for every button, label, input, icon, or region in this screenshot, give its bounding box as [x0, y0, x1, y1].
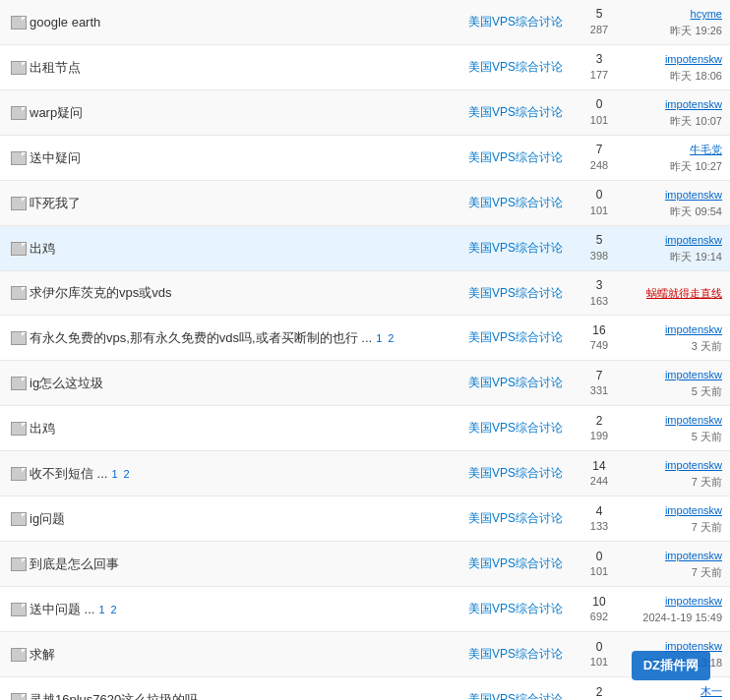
thread-stats: 0101 [575, 96, 624, 128]
reply-count: 3 [596, 52, 603, 66]
thread-title-link[interactable]: 出鸡 [30, 240, 55, 258]
view-count: 244 [590, 475, 608, 487]
thread-stats: 7248 [575, 142, 624, 173]
author-link[interactable]: impotenskw [628, 232, 722, 249]
post-time: 7 天前 [628, 564, 722, 581]
file-icon [11, 603, 27, 616]
thread-title-link[interactable]: ig怎么这垃圾 [30, 375, 103, 392]
thread-title-link[interactable]: google earth [30, 15, 100, 29]
author-link[interactable]: impotenskw [628, 412, 722, 429]
author-link[interactable]: impotenskw [628, 321, 722, 338]
view-count: 199 [590, 430, 608, 441]
thread-stats: 7331 [575, 368, 624, 399]
thread-list: google earth美国VPS综合讨论5287hcyme昨天 19:26出租… [0, 0, 730, 700]
post-time: 昨天 19:26 [628, 23, 722, 39]
forum-name[interactable]: 美国VPS综合讨论 [456, 465, 575, 482]
author-link[interactable]: impotenskw [628, 367, 722, 383]
thread-title-link[interactable]: 灵越16plus7620这么垃圾的吗 [30, 691, 198, 700]
thread-stats: 5287 [575, 6, 624, 37]
forum-name[interactable]: 美国VPS综合讨论 [456, 59, 575, 76]
reply-count: 16 [592, 323, 605, 337]
page-link[interactable]: 2 [122, 468, 132, 480]
post-time: 昨天 10:07 [628, 113, 722, 130]
author-link[interactable]: impotenskw [628, 502, 722, 519]
thread-stats: 4133 [575, 503, 624, 535]
author-link[interactable]: hcyme [628, 6, 722, 23]
forum-name[interactable]: 美国VPS综合讨论 [456, 329, 575, 346]
thread-title-link[interactable]: 出租节点 [30, 59, 81, 77]
forum-name[interactable]: 美国VPS综合讨论 [456, 195, 575, 211]
author-link[interactable]: 蜗蠕就得走直线 [628, 285, 722, 302]
view-count: 248 [590, 159, 608, 171]
file-icon [11, 16, 27, 29]
author-link[interactable]: impotenskw [628, 548, 722, 564]
thread-author: impotenskw7 天前 [624, 502, 722, 535]
thread-title-link[interactable]: ig问题 [30, 510, 65, 528]
view-count: 133 [590, 520, 608, 532]
forum-name[interactable]: 美国VPS综合讨论 [456, 510, 575, 527]
page-link[interactable]: 1 [96, 604, 106, 615]
thread-title-col: 到底是怎么回事 [30, 555, 456, 573]
reply-count: 0 [596, 188, 603, 202]
author-link[interactable]: 牛毛党 [628, 142, 722, 158]
forum-name[interactable]: 美国VPS综合讨论 [456, 375, 575, 391]
file-icon [11, 377, 27, 390]
thread-icon [8, 242, 30, 256]
page-link[interactable]: 2 [386, 332, 395, 344]
forum-name[interactable]: 美国VPS综合讨论 [456, 240, 575, 257]
thread-title-link[interactable]: 送中疑问 [30, 149, 81, 167]
author-link[interactable]: impotenskw [628, 457, 722, 474]
forum-name[interactable]: 美国VPS综合讨论 [456, 555, 575, 572]
thread-title-col: 灵越16plus7620这么垃圾的吗 [30, 691, 456, 700]
author-link[interactable]: impotenskw [628, 187, 722, 204]
thread-title-link[interactable]: 求解 [30, 646, 55, 664]
author-link[interactable]: 木一 [628, 683, 722, 700]
page-link[interactable]: 1 [374, 332, 384, 344]
file-icon [11, 512, 27, 526]
author-link[interactable]: impotenskw [628, 96, 722, 113]
thread-icon [8, 693, 30, 700]
thread-title-link[interactable]: 求伊尔库茨克的vps或vds [30, 284, 171, 302]
page-link[interactable]: 1 [109, 468, 119, 480]
thread-icon [8, 377, 30, 390]
reply-count: 0 [596, 97, 603, 111]
forum-name[interactable]: 美国VPS综合讨论 [456, 601, 575, 617]
reply-count: 0 [596, 550, 603, 563]
thread-title-link[interactable]: warp疑问 [30, 104, 83, 122]
thread-author: impotenskw昨天 19:14 [624, 232, 722, 264]
forum-name[interactable]: 美国VPS综合讨论 [456, 691, 575, 700]
author-link[interactable]: impotenskw [628, 51, 722, 68]
thread-icon [8, 106, 30, 120]
forum-name[interactable]: 美国VPS综合讨论 [456, 104, 575, 121]
forum-name[interactable]: 美国VPS综合讨论 [456, 14, 575, 30]
table-row: ig问题美国VPS综合讨论4133impotenskw7 天前 [0, 496, 730, 542]
thread-author: impotenskw7 天前 [624, 548, 722, 580]
view-count: 177 [590, 69, 608, 81]
table-row: google earth美国VPS综合讨论5287hcyme昨天 19:26 [0, 0, 730, 45]
file-icon [11, 151, 27, 165]
thread-title-link[interactable]: 吓死我了 [30, 195, 81, 212]
thread-icon [8, 197, 30, 210]
thread-title-col: 有永久免费的vps,那有永久免费的vds吗,或者买断制的也行 ...12 [30, 329, 456, 347]
thread-author: 蜗蠕就得走直线 [624, 285, 722, 302]
forum-name[interactable]: 美国VPS综合讨论 [456, 420, 575, 437]
forum-name[interactable]: 美国VPS综合讨论 [456, 646, 575, 663]
thread-title-link[interactable]: 收不到短信 ... [30, 465, 107, 483]
thread-icon [8, 151, 30, 165]
thread-author: impotenskw2024-1-19 15:49 [624, 593, 722, 625]
reply-count: 7 [596, 369, 603, 382]
thread-icon [8, 467, 30, 481]
thread-title-link[interactable]: 送中问题 ... [30, 601, 94, 618]
page-link[interactable]: 2 [109, 604, 119, 615]
thread-title-col: google earth [30, 15, 456, 29]
file-icon [11, 61, 27, 75]
thread-icon [8, 331, 30, 345]
thread-author: impotenskw3 天前 [624, 321, 722, 354]
thread-title-link[interactable]: 出鸡 [30, 420, 55, 438]
thread-title-link[interactable]: 有永久免费的vps,那有永久免费的vds吗,或者买断制的也行 ... [30, 329, 372, 347]
view-count: 101 [590, 204, 608, 216]
author-link[interactable]: impotenskw [628, 593, 722, 610]
forum-name[interactable]: 美国VPS综合讨论 [456, 149, 575, 166]
forum-name[interactable]: 美国VPS综合讨论 [456, 285, 575, 302]
thread-title-link[interactable]: 到底是怎么回事 [30, 555, 119, 573]
